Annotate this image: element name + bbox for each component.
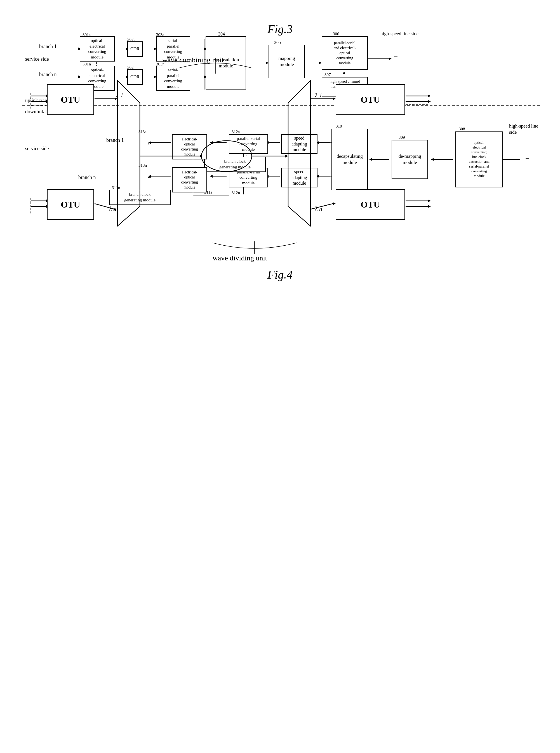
label-302a: 302a bbox=[127, 37, 135, 42]
lambdan-right-label: λ n bbox=[315, 205, 322, 212]
label-306: 306 bbox=[333, 31, 339, 37]
svg-marker-90 bbox=[333, 97, 336, 100]
fig4-section: OTU OTU OTU OTU λ 1 λ n λ 1 λ n wave com… bbox=[22, 53, 538, 281]
otu-top-right: OTU bbox=[336, 84, 405, 115]
fig4-svg bbox=[22, 53, 540, 262]
high-speed-line-side-top: high-speed line side bbox=[380, 31, 418, 37]
wave-dividing-label: wave dividing unit bbox=[213, 254, 267, 262]
svg-point-83 bbox=[201, 141, 252, 171]
fig4-caption: Fig.4 bbox=[22, 268, 538, 281]
svg-marker-92 bbox=[333, 202, 336, 205]
otu-top-left: OTU bbox=[47, 84, 94, 115]
lambdan-left-label: λ n bbox=[109, 205, 116, 212]
label-304: 304 bbox=[218, 31, 225, 37]
svg-marker-94 bbox=[428, 95, 431, 97]
svg-marker-87 bbox=[285, 155, 288, 158]
svg-marker-102 bbox=[428, 205, 431, 208]
label-303a: 303a bbox=[156, 32, 164, 38]
label-301a: 301a bbox=[82, 32, 91, 38]
lambda1-right-label: λ 1 bbox=[315, 92, 322, 99]
fig3-section: service side branch 1 branch n optical-e… bbox=[22, 22, 538, 36]
lambda1-left-label: λ 1 bbox=[116, 92, 123, 99]
page-container: service side branch 1 branch n optical-e… bbox=[0, 0, 560, 753]
label-305: 305 bbox=[274, 40, 281, 46]
svg-marker-100 bbox=[428, 200, 431, 202]
svg-marker-88 bbox=[288, 81, 311, 226]
branch1-top-label: branch 1 bbox=[39, 43, 57, 50]
svg-marker-96 bbox=[428, 100, 431, 103]
otu-bottom-right: OTU bbox=[336, 189, 405, 220]
otu-bottom-left: OTU bbox=[47, 189, 94, 220]
wave-combining-label: wave combining unit bbox=[162, 56, 224, 64]
svg-marker-82 bbox=[118, 81, 140, 226]
